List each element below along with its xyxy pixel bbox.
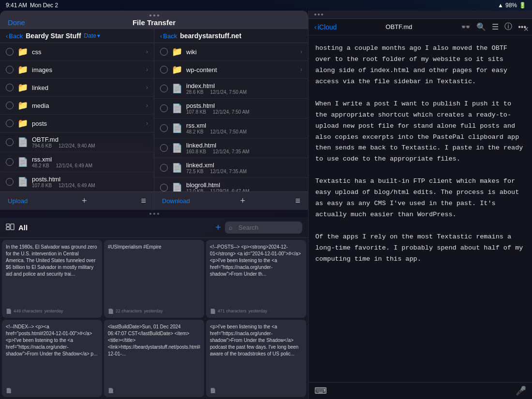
done-button[interactable]: Done <box>8 18 25 27</box>
clip-card-3[interactable]: <!--INDEX--> <p><a href="posts.html#2024… <box>2 320 102 398</box>
ft-radio-obtf[interactable] <box>6 138 14 146</box>
ft-local-file-list: 📁 css › 📁 images › <box>0 43 154 192</box>
keyboard-button[interactable]: ⌨ <box>314 385 327 396</box>
editor-nav: ‹ iCloud OBTF.md 👓 🔍 ☰ ⓘ ••• <box>309 19 532 35</box>
ft-local-item-posts-html[interactable]: 📄 posts.html 107.8 KB 12/1/24, 6:49 AM <box>0 172 154 192</box>
ft-sort-button[interactable]: Date ▾ <box>84 32 100 39</box>
file-icon: 📄 <box>172 123 182 133</box>
ft-local-back[interactable]: ‹ Back <box>6 32 23 40</box>
ft-remote-back[interactable]: ‹ Back <box>160 32 177 40</box>
ft-radio-wiki[interactable] <box>160 48 168 56</box>
close-button[interactable]: ✕ <box>523 25 529 33</box>
editor-nav-icons: 👓 🔍 ☰ ⓘ ••• <box>461 22 526 32</box>
search-icon[interactable]: 🔍 <box>476 22 486 31</box>
file-icon: 📄 <box>172 182 182 192</box>
ft-file-name: blogroll.html <box>186 181 302 189</box>
ft-dots <box>8 15 300 16</box>
ft-remote-item-posts[interactable]: 📄 posts.html 107.8 KB 12/1/24, 7:50 AM <box>154 99 308 118</box>
ft-dot-1 <box>149 15 151 16</box>
ft-radio-r-linked-xml[interactable] <box>160 164 168 172</box>
ft-radio-wp[interactable] <box>160 66 168 74</box>
clipboard-add-button[interactable]: + <box>215 222 221 233</box>
ft-remote-item-blogroll[interactable]: 📄 blogroll.html 12.0 KB 11/29/24, 6:47 A… <box>154 178 308 192</box>
clip-card-0[interactable]: In the 1980s, El Salvador was ground zer… <box>2 240 102 318</box>
chevron-right-icon: › <box>146 102 148 109</box>
info-icon[interactable]: ⓘ <box>504 22 512 32</box>
clip-card-time-2: yesterday <box>249 309 267 313</box>
ft-local-item-linked[interactable]: 📁 linked › <box>0 79 154 97</box>
ft-radio-r-posts[interactable] <box>160 104 168 112</box>
upload-button[interactable]: Upload <box>8 197 28 205</box>
search-input[interactable] <box>225 222 302 234</box>
doc-icon: 📄 <box>108 309 114 314</box>
ft-file-info-obtf: OBTF.md 794.6 KB 12/2/24, 9:40 AM <box>32 136 148 148</box>
ft-file-name: posts <box>32 120 142 127</box>
ft-radio-posts-html[interactable] <box>6 178 14 186</box>
clip-card-text-1: #USImperialism #Empire <box>108 244 200 307</box>
editor-dot-1 <box>314 14 316 15</box>
ft-remote-item-linked-xml[interactable]: 📄 linked.xml 72.5 KB 12/1/24, 7:35 AM <box>154 158 308 178</box>
ft-file-meta: 48.2 KB 12/1/24, 7:50 AM <box>186 129 302 134</box>
ft-remote-item-index[interactable]: 📄 index.html 28.6 KB 12/1/24, 7:50 AM <box>154 79 308 99</box>
file-icon: 📄 <box>172 143 182 153</box>
clip-card-2[interactable]: <!--POSTS--> <p><strong>2024-12-01</stro… <box>206 240 306 318</box>
ft-file-meta: 72.5 KB 12/1/24, 7:35 AM <box>186 169 302 174</box>
clip-card-5[interactable]: <p>I've been listening to the <a href="h… <box>206 320 306 398</box>
ft-radio-linked[interactable] <box>6 84 14 91</box>
ft-file-meta: 160.8 KB 12/1/24, 7:35 AM <box>186 149 302 154</box>
ft-radio-r-index[interactable] <box>160 85 168 92</box>
panel-dot-2 <box>153 213 155 215</box>
glasses-icon[interactable]: 👓 <box>461 22 471 31</box>
ft-file-meta: 794.6 KB 12/2/24, 9:40 AM <box>32 143 148 148</box>
editor-dot-2 <box>318 14 320 15</box>
add-remote-button[interactable]: + <box>240 196 245 206</box>
ft-remote-item-wp[interactable]: 📁 wp-content › <box>154 61 308 79</box>
ft-remote-item-wiki[interactable]: 📁 wiki › <box>154 43 308 61</box>
ft-radio-r-linked-html[interactable] <box>160 144 168 152</box>
clip-card-footer-3: 📄 <box>6 388 98 393</box>
ft-remote-item-rss[interactable]: 📄 rss.xml 48.2 KB 12/1/24, 7:50 AM <box>154 118 308 138</box>
ft-radio-posts[interactable] <box>6 119 14 127</box>
clip-header: All + ⌕ <box>0 218 308 238</box>
ft-radio-r-rss[interactable] <box>160 124 168 132</box>
ft-remote-item-linked-html[interactable]: 📄 linked.html 160.8 KB 12/1/24, 7:35 AM <box>154 138 308 158</box>
ft-local-item-obtf[interactable]: 📄 OBTF.md 794.6 KB 12/2/24, 9:40 AM <box>0 133 154 152</box>
ft-file-name: images <box>32 66 142 74</box>
folder-icon: 📁 <box>17 64 28 75</box>
ft-remote-toolbar: Download + ≡ <box>154 192 308 210</box>
clip-card-1[interactable]: #USImperialism #Empire 📄 22 characters y… <box>104 240 204 318</box>
ft-local-item-css[interactable]: 📁 css › <box>0 43 154 61</box>
download-button[interactable]: Download <box>162 197 190 205</box>
ft-file-name: css <box>32 48 142 56</box>
remote-list-view-button[interactable]: ≡ <box>295 196 300 206</box>
clip-card-4[interactable]: <lastBuildDate>Sun, 01 Dec 2024 06:47:07… <box>104 320 204 398</box>
add-file-button[interactable]: + <box>82 196 87 206</box>
panel-divider <box>0 210 308 218</box>
editor-back-button[interactable]: ‹ iCloud <box>314 23 337 31</box>
battery-icon: 🔋 <box>519 2 526 9</box>
expand-button[interactable] <box>6 223 15 232</box>
svg-rect-1 <box>6 227 10 230</box>
back-label: Back <box>163 32 177 40</box>
ft-radio-media[interactable] <box>6 102 14 109</box>
ft-radio-rss[interactable] <box>6 158 14 166</box>
ft-local-item-rss[interactable]: 📄 rss.xml 48.2 KB 12/1/24, 6:49 AM <box>0 152 154 172</box>
ft-radio-images[interactable] <box>6 66 14 74</box>
clip-card-chars-2: 471 characters <box>218 309 247 313</box>
editor-text[interactable]: hosting a couple months ago I also moved… <box>315 43 525 265</box>
ft-radio-css[interactable] <box>6 48 14 56</box>
ft-radio-r-blogroll[interactable] <box>160 184 168 192</box>
clipboard-grid: In the 1980s, El Salvador was ground zer… <box>0 238 308 399</box>
ft-local-item-images[interactable]: 📁 images › <box>0 61 154 79</box>
list-view-button[interactable]: ≡ <box>141 196 146 206</box>
ft-file-info-wiki: wiki <box>186 48 296 56</box>
ft-file-info-media: media <box>32 102 142 109</box>
ft-title: File Transfer <box>133 18 176 27</box>
chevron-down-icon: ▾ <box>97 32 100 39</box>
ft-local-item-media[interactable]: 📁 media › <box>0 97 154 115</box>
list-icon[interactable]: ☰ <box>492 22 499 31</box>
ft-dot-2 <box>153 15 155 16</box>
microphone-button[interactable]: 🎤 <box>516 385 526 396</box>
search-wrapper: ⌕ <box>225 222 302 234</box>
ft-local-item-posts[interactable]: 📁 posts › <box>0 115 154 133</box>
